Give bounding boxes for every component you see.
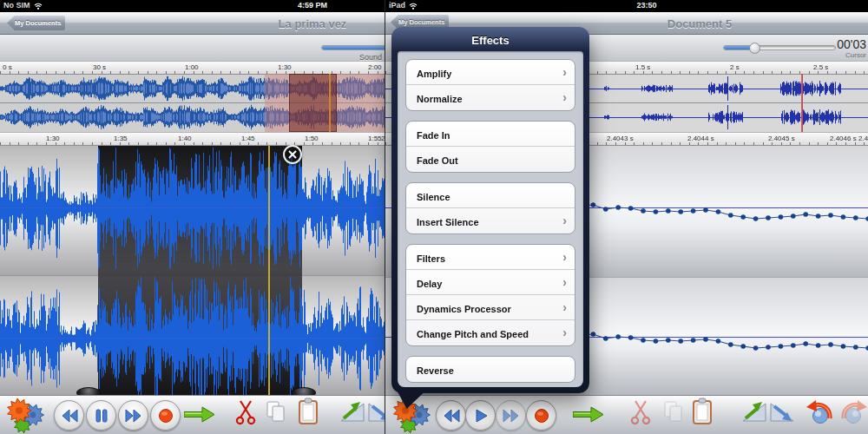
effects-item-fade-in[interactable]: Fade In xyxy=(406,122,575,147)
clock: 4:59 PM xyxy=(260,1,365,10)
wifi-icon xyxy=(33,2,43,10)
ruler-label: 2.4045 s xyxy=(768,135,795,142)
play-button[interactable] xyxy=(465,400,496,431)
undo-arrow-icon xyxy=(805,398,834,425)
settings-gears-icon[interactable] xyxy=(6,398,46,434)
ruler-label: 1:30 xyxy=(278,63,292,71)
ruler-label: 1:35 xyxy=(114,135,128,142)
record-icon xyxy=(534,408,549,424)
effects-item-change-pitch-and-speed[interactable]: Change Pitch and Speed› xyxy=(406,320,575,345)
effects-group: Amplify›Normalize› xyxy=(405,59,575,111)
pause-button[interactable] xyxy=(86,400,116,431)
copy-pages-icon xyxy=(663,401,684,424)
my-documents-back-button[interactable]: My Documents xyxy=(7,16,65,30)
effects-item-reverse[interactable]: Reverse xyxy=(406,357,575,382)
play-icon xyxy=(473,408,489,424)
cursor-readout-label: Cursor xyxy=(823,51,866,59)
effects-item-silence[interactable]: Silence xyxy=(406,183,575,208)
carrier-label: No SIM xyxy=(3,1,43,10)
status-bar: iPad 23:50 xyxy=(385,0,868,12)
rewind-button[interactable] xyxy=(54,400,84,431)
control-row: Sound xyxy=(0,35,385,61)
wifi-icon xyxy=(408,2,418,10)
zoom-out-waveform-icon xyxy=(367,400,385,424)
clear-selection-button[interactable] xyxy=(283,145,302,164)
effects-item-normalize[interactable]: Normalize› xyxy=(406,85,575,110)
ruler-label: 0 s xyxy=(3,63,12,71)
effects-item-label: Insert Silence xyxy=(417,217,479,227)
ruler-label: 1.5 s xyxy=(635,63,650,71)
green-arrow-icon xyxy=(573,406,604,423)
zoom-out-waveform-icon xyxy=(769,400,795,424)
volume-slider-fill xyxy=(322,46,385,49)
insert-arrow-icon[interactable] xyxy=(184,406,215,423)
effects-item-dynamics-processor[interactable]: Dynamics Processor› xyxy=(406,295,575,320)
carrier-text: iPad xyxy=(389,1,405,10)
effects-item-label: Silence xyxy=(417,192,450,202)
clock: 23:50 xyxy=(595,1,699,10)
effects-item-label: Amplify xyxy=(417,69,451,79)
ruler-label: 2.4043 s xyxy=(607,135,634,142)
effects-group: SilenceInsert Silence› xyxy=(405,182,575,234)
record-button[interactable] xyxy=(150,400,181,431)
close-icon xyxy=(288,150,297,159)
nav-bar: My Documents La prima vez xyxy=(0,12,385,35)
zoom-in-icon[interactable] xyxy=(339,400,365,424)
effects-item-delay[interactable]: Delay› xyxy=(406,270,575,295)
document-title: Document 5 xyxy=(635,17,765,30)
scissors-icon xyxy=(235,399,256,425)
scissors-icon xyxy=(630,399,651,425)
copy-pages-icon xyxy=(266,401,286,424)
timeline-ruler-overview: 0 s30 s1:001:302:00 xyxy=(0,61,385,75)
fast-forward-icon xyxy=(503,409,520,423)
status-bar: No SIM 4:59 PM xyxy=(0,0,385,12)
zoom-out-icon[interactable] xyxy=(769,400,795,424)
cursor-time-readout: 00'03 xyxy=(823,37,866,51)
rewind-icon xyxy=(443,409,460,423)
effects-item-label: Dynamics Processor xyxy=(417,304,511,314)
fast-forward-button[interactable] xyxy=(496,400,526,431)
chevron-right-icon: › xyxy=(562,320,567,345)
clipboard-icon xyxy=(297,398,319,425)
record-button[interactable] xyxy=(526,400,556,431)
zoom-out-icon[interactable] xyxy=(367,400,385,424)
paste-icon[interactable] xyxy=(691,398,713,425)
pause-icon xyxy=(95,409,108,423)
overview-playhead xyxy=(801,74,803,132)
effects-item-filters[interactable]: Filters› xyxy=(406,245,575,270)
insert-arrow-icon[interactable] xyxy=(573,406,604,423)
paste-icon[interactable] xyxy=(297,398,319,425)
ruler-label: 2.4046 s xyxy=(830,135,857,142)
waveform-editor-view[interactable] xyxy=(0,146,385,395)
audio-editor-window-left: No SIM 4:59 PM My Documents La prima vez… xyxy=(0,0,385,434)
zoom-in-waveform-icon xyxy=(741,400,767,424)
cut-scissors-icon[interactable] xyxy=(235,399,256,425)
effects-group: Reverse xyxy=(405,356,575,383)
zoom-in-waveform-icon xyxy=(339,400,365,424)
ruler-label: 2.4044 s xyxy=(687,135,714,142)
zoom-in-icon[interactable] xyxy=(741,400,767,424)
ruler-label: 1:50 xyxy=(305,135,319,142)
redo-icon[interactable] xyxy=(839,398,868,425)
volume-slider[interactable] xyxy=(321,45,385,50)
effects-item-label: Reverse xyxy=(417,365,454,376)
ruler-label: 1:30 xyxy=(46,135,60,142)
effects-item-amplify[interactable]: Amplify› xyxy=(406,60,575,85)
clipboard-icon xyxy=(691,398,713,425)
rewind-button[interactable] xyxy=(436,400,466,431)
effects-item-label: Delay xyxy=(417,279,442,289)
carrier-label: iPad xyxy=(389,1,418,10)
zoom-slider-thumb[interactable] xyxy=(749,43,760,54)
cut-scissors-icon[interactable] xyxy=(630,399,651,425)
copy-icon[interactable] xyxy=(266,401,286,424)
undo-icon[interactable] xyxy=(805,398,834,425)
timeline-ruler-zoomed: 1:301:351:401:451:501:552 xyxy=(0,132,385,146)
effects-group: Fade InFade Out xyxy=(405,121,575,173)
effects-item-insert-silence[interactable]: Insert Silence› xyxy=(406,208,575,233)
effects-item-label: Fade In xyxy=(417,130,450,141)
effects-item-fade-out[interactable]: Fade Out xyxy=(406,147,575,172)
zoom-slider[interactable] xyxy=(723,45,836,50)
copy-icon[interactable] xyxy=(663,401,684,424)
fast-forward-button[interactable] xyxy=(118,400,148,431)
rewind-icon xyxy=(61,409,78,423)
